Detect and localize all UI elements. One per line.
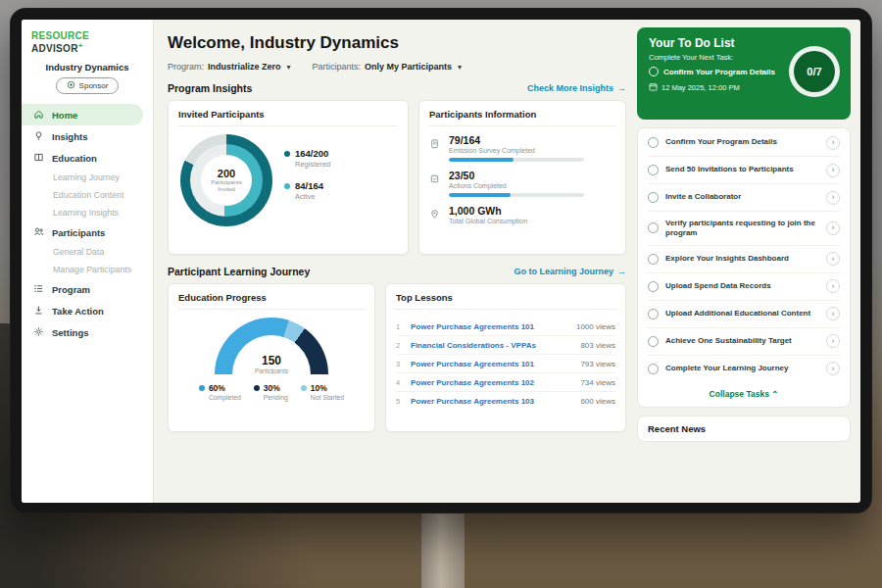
brand-part1: RESOURCE [31, 30, 89, 41]
sidebar-item-take-action[interactable]: Take Action [22, 300, 153, 321]
todo-next-task[interactable]: Confirm Your Program Details [649, 67, 784, 76]
program-filter-label: Program: [168, 62, 204, 72]
checkbox-icon[interactable] [648, 192, 659, 203]
link-label: Go to Learning Journey [514, 267, 613, 276]
lesson-rank: 5 [396, 397, 404, 406]
task-row[interactable]: Upload Additional Educational Content › [648, 301, 840, 328]
legend-label: Completed [209, 394, 241, 401]
sidebar-item-learning-insights[interactable]: Learning Insights [22, 204, 153, 221]
collapse-tasks-link[interactable]: Collapse Tasks ⌃ [648, 382, 840, 407]
sidebar-item-settings[interactable]: Settings [22, 321, 153, 343]
lesson-link[interactable]: Power Purchase Agreements 101 [411, 322, 569, 331]
legend-dot [199, 385, 205, 391]
sidebar-item-label: Program [52, 284, 90, 295]
chevron-right-icon[interactable]: › [826, 307, 840, 320]
lesson-row: 1 Power Purchase Agreements 101 1000 vie… [396, 318, 615, 336]
legend-dot [284, 151, 290, 157]
legend-dot [301, 385, 307, 391]
desk-scene: RESOURCE ADVISOR+ Industry Dynamics Spon… [0, 0, 882, 588]
checkbox-icon[interactable] [648, 165, 659, 175]
chevron-right-icon[interactable]: › [826, 279, 840, 293]
sponsor-badge[interactable]: Sponsor [56, 77, 120, 94]
metric-label: Total Global Consumption [449, 218, 527, 224]
checkbox-icon[interactable] [649, 67, 659, 76]
invited-legend: 164/200 Registered 84/164 [284, 148, 330, 213]
task-row[interactable]: Complete Your Learning Journey › [648, 356, 840, 382]
checkbox-icon[interactable] [648, 364, 659, 374]
lesson-rank: 2 [396, 341, 404, 350]
chevron-right-icon[interactable]: › [826, 221, 840, 235]
checkbox-icon[interactable] [648, 309, 659, 319]
sidebar-item-manage-participants[interactable]: Manage Participants [22, 261, 153, 278]
checkbox-icon[interactable] [648, 336, 659, 347]
card-title: Education Progress [178, 292, 365, 310]
checkbox-icon[interactable] [648, 222, 659, 233]
arrow-right-icon: → [617, 267, 626, 276]
lesson-views: 734 views [580, 378, 615, 387]
lesson-link[interactable]: Power Purchase Agreements 101 [411, 360, 573, 368]
check-more-insights-link[interactable]: Check More Insights → [527, 83, 626, 93]
lightbulb-icon [33, 130, 45, 142]
collapse-label: Collapse Tasks [710, 389, 769, 399]
sidebar-item-label: Learning Journey [53, 172, 120, 182]
legend-pct: 30% [264, 383, 280, 393]
book-icon [33, 152, 45, 164]
sidebar-item-general-data[interactable]: General Data [22, 243, 153, 261]
sidebar-item-label: Take Action [52, 306, 104, 317]
participants-information-card: Participants Information 79/164 Emission… [418, 100, 626, 255]
people-icon [33, 226, 45, 238]
chevron-right-icon[interactable]: › [826, 334, 840, 348]
education-progress-card: Education Progress 150 Participants [168, 283, 375, 432]
chevron-right-icon[interactable]: › [826, 252, 840, 266]
home-icon [33, 109, 45, 121]
lesson-link[interactable]: Power Purchase Agreements 102 [411, 378, 573, 387]
sidebar-item-participants[interactable]: Participants [22, 221, 153, 243]
sidebar-item-education-content[interactable]: Education Content [22, 186, 153, 204]
legend-label: Active [295, 192, 330, 201]
legend-item-pending: 30% Pending [254, 383, 288, 401]
lesson-rank: 3 [396, 360, 404, 368]
metric-value: 79/164 [449, 134, 584, 146]
legend-label: Pending [264, 394, 288, 401]
task-label: Send 50 Invitations to Participants [665, 165, 819, 174]
sidebar-item-home[interactable]: Home [22, 104, 143, 125]
checkbox-icon[interactable] [648, 254, 659, 265]
card-title: Participants Information [429, 109, 615, 126]
task-row[interactable]: Explore Your Insights Dashboard › [648, 246, 840, 273]
metric-progress-fill [449, 193, 511, 197]
lesson-views: 1000 views [576, 322, 615, 331]
task-row[interactable]: Send 50 Invitations to Participants › [648, 157, 840, 184]
task-row[interactable]: Upload Spend Data Records › [648, 273, 840, 301]
brand-logo: RESOURCE ADVISOR+ [22, 28, 153, 60]
chevron-right-icon[interactable]: › [826, 362, 840, 375]
sidebar-item-education[interactable]: Education [22, 147, 153, 169]
sidebar-nav: Home Insights Education [22, 104, 153, 343]
chevron-right-icon[interactable]: › [826, 164, 840, 177]
task-row[interactable]: Verify participants requesting to join t… [648, 212, 840, 246]
task-row[interactable]: Achieve One Sustainability Target › [648, 328, 840, 356]
legend-pct: 10% [311, 383, 327, 393]
recent-news-card[interactable]: Recent News [637, 416, 851, 442]
sidebar-item-learning-journey[interactable]: Learning Journey [22, 169, 153, 186]
lesson-link[interactable]: Financial Considerations - VPPAs [411, 341, 573, 350]
sidebar-item-label: Participants [52, 227, 105, 238]
checkbox-icon[interactable] [648, 137, 659, 148]
todo-due-text: 12 May 2025, 12:00 PM [662, 83, 740, 92]
program-filter[interactable]: Program: Industrialize Zero ▾ [168, 62, 291, 72]
sidebar-item-label: Insights [52, 131, 87, 142]
participants-filter[interactable]: Participants: Only My Participants ▾ [313, 62, 463, 72]
chevron-right-icon[interactable]: › [826, 136, 840, 150]
checkbox-icon[interactable] [648, 281, 659, 292]
lesson-views: 793 views [580, 360, 615, 368]
task-row[interactable]: Confirm Your Program Details › [648, 129, 840, 157]
chevron-right-icon[interactable]: › [826, 191, 840, 205]
todo-task-list: Confirm Your Program Details › Send 50 I… [637, 127, 851, 408]
sidebar-item-program[interactable]: Program [22, 278, 153, 300]
go-to-learning-journey-link[interactable]: Go to Learning Journey → [514, 267, 626, 276]
invited-total: 200 [218, 168, 235, 179]
todo-progress-ring: 0/7 [789, 46, 840, 97]
lesson-rank: 4 [396, 378, 404, 387]
task-row[interactable]: Invite a Collaborator › [648, 184, 840, 212]
sidebar-item-insights[interactable]: Insights [22, 125, 153, 147]
lesson-link[interactable]: Power Purchase Agreements 103 [411, 397, 573, 406]
